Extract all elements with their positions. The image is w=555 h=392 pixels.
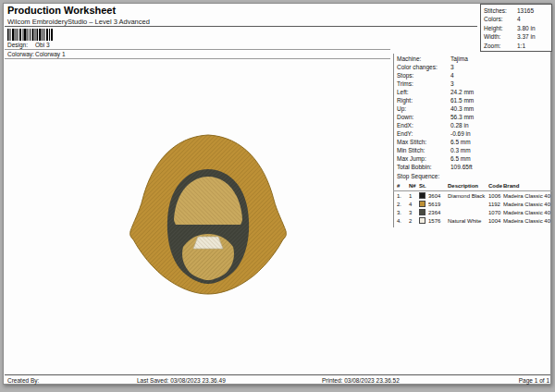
- thread-number: 3604: [428, 192, 440, 201]
- stitches-label: Stitches:: [484, 6, 517, 15]
- design-value: Obi 3: [35, 42, 50, 48]
- zoom-label: Zoom:: [484, 42, 517, 50]
- col-description: Description: [448, 182, 478, 190]
- min-stitch-label: Min Stitch:: [397, 146, 450, 154]
- zoom-value: 1:1: [517, 43, 525, 49]
- summary-row-colors: Colors:4: [484, 15, 549, 23]
- barcode: [7, 29, 54, 41]
- design-label: Design:: [7, 42, 28, 48]
- design-row-divider: [5, 49, 390, 50]
- left-label: Left:: [397, 88, 450, 96]
- thread-number: 1576: [428, 217, 440, 226]
- stitches-value: 13165: [517, 7, 534, 14]
- max-jump-value: 6.5 mm: [450, 155, 471, 162]
- col-needle: N#: [409, 182, 416, 190]
- thread-code: 1192: [488, 201, 500, 209]
- col-brand: Brand: [503, 182, 519, 190]
- down-label: Down:: [397, 113, 450, 121]
- summary-row-stitches: Stitches:13165: [484, 6, 549, 15]
- stops-label: Stops:: [397, 71, 450, 80]
- color-changes-label: Color changes:: [397, 63, 450, 71]
- page-number: Page 1 of 1: [500, 377, 549, 384]
- stop-num: 4.: [397, 217, 401, 226]
- needle-num: 4: [409, 201, 412, 209]
- needle-num: 1: [409, 192, 412, 201]
- thread-color-chip: [419, 192, 426, 199]
- thread-description: Diamond Black: [448, 192, 485, 201]
- stop-row-1: 1. 1 3604 Diamond Black 1006 Madeira Cla…: [397, 192, 552, 201]
- min-stitch-row: Min Stitch:0.3 mm: [397, 146, 552, 154]
- right-value: 61.5 mm: [450, 97, 474, 104]
- col-num: #: [397, 182, 400, 190]
- max-jump-label: Max Jump:: [397, 154, 450, 163]
- embroidery-design-preview: [116, 126, 301, 311]
- stop-num: 3.: [397, 209, 401, 217]
- stop-row-2: 2. 4 5619 1192 Madeira Classic 40: [397, 201, 552, 209]
- endx-row: EndX:0.28 in: [397, 121, 552, 129]
- page-title: Production Worksheet: [7, 5, 116, 16]
- needle-num: 3: [409, 209, 412, 217]
- worksheet-viewport: { "page": { "title": "Production Workshe…: [0, 0, 555, 392]
- endy-row: EndY:-0.69 in: [397, 129, 552, 138]
- trims-label: Trims:: [397, 80, 450, 88]
- endy-label: EndY:: [397, 129, 450, 138]
- thread-color-chip: [419, 201, 426, 207]
- left-row: Left:24.2 mm: [397, 88, 552, 96]
- col-code: Code: [488, 182, 502, 190]
- thread-code: 1070: [488, 209, 500, 217]
- thread-number: 2364: [428, 209, 440, 217]
- trims-value: 3: [450, 80, 454, 87]
- summary-row-width: Width:3.37 in: [484, 32, 549, 41]
- panel-divider: [393, 54, 394, 227]
- left-value: 24.2 mm: [450, 89, 474, 95]
- thread-description: Natural White: [448, 217, 481, 226]
- header-divider: [5, 26, 477, 27]
- max-stitch-value: 6.5 mm: [450, 139, 471, 145]
- width-label: Width:: [484, 32, 517, 41]
- endx-label: EndX:: [397, 121, 450, 129]
- summary-row-height: Height:3.80 in: [484, 24, 549, 32]
- height-label: Height:: [484, 24, 517, 32]
- total-bobbin-row: Total Bobbin:109.65ft: [397, 163, 552, 171]
- mouth-stitch-texture: [193, 237, 223, 249]
- stop-num: 2.: [397, 201, 401, 209]
- colorway-row-divider: [5, 58, 390, 59]
- machine-row: Machine:Tajima: [397, 55, 552, 63]
- col-st: St.: [419, 182, 426, 190]
- printed-text: Printed: 03/08/2023 23.36.52: [322, 377, 400, 384]
- down-value: 56.3 mm: [450, 114, 474, 120]
- thread-brand: Madeira Classic 40: [503, 209, 550, 217]
- footer-divider: [5, 374, 550, 375]
- max-jump-row: Max Jump:6.5 mm: [397, 154, 552, 163]
- up-row: Up:40.3 mm: [397, 104, 552, 113]
- max-stitch-row: Max Stitch:6.5 mm: [397, 138, 552, 146]
- summary-row-zoom: Zoom:1:1: [484, 42, 549, 50]
- trims-row: Trims:3: [397, 80, 552, 88]
- thread-color-chip: [419, 217, 426, 224]
- stops-value: 4: [450, 72, 454, 79]
- thread-number: 5619: [428, 201, 440, 209]
- thread-code: 1006: [488, 192, 500, 201]
- thread-brand: Madeira Classic 40: [503, 217, 550, 226]
- app-subtitle: Wilcom EmbroideryStudio – Level 3 Advanc…: [7, 18, 150, 26]
- thread-brand: Madeira Classic 40: [503, 192, 550, 201]
- machine-value: Tajima: [450, 55, 468, 62]
- down-row: Down:56.3 mm: [397, 113, 552, 121]
- stops-row: Stops:4: [397, 71, 552, 80]
- total-bobbin-label: Total Bobbin:: [397, 163, 450, 171]
- stop-row-4: 4. 2 1576 Natural White 1004 Madeira Cla…: [397, 217, 552, 226]
- color-changes-row: Color changes:3: [397, 63, 552, 71]
- needle-num: 2: [409, 217, 412, 226]
- endx-value: 0.28 in: [450, 122, 469, 129]
- stop-header-divider: [393, 190, 552, 191]
- max-stitch-label: Max Stitch:: [397, 138, 450, 146]
- stop-num: 1.: [397, 192, 401, 201]
- stop-row-3: 3. 3 2364 1070 Madeira Classic 40: [397, 209, 552, 217]
- created-by-label: Created By:: [7, 377, 39, 384]
- thread-code: 1004: [488, 217, 500, 226]
- summary-box: Stitches:13165 Colors:4 Height:3.80 in W…: [480, 4, 552, 52]
- right-row: Right:61.5 mm: [397, 96, 552, 104]
- right-label: Right:: [397, 96, 450, 104]
- thread-color-chip: [419, 209, 426, 215]
- machine-info-panel: Machine:Tajima Color changes:3 Stops:4 T…: [397, 55, 552, 171]
